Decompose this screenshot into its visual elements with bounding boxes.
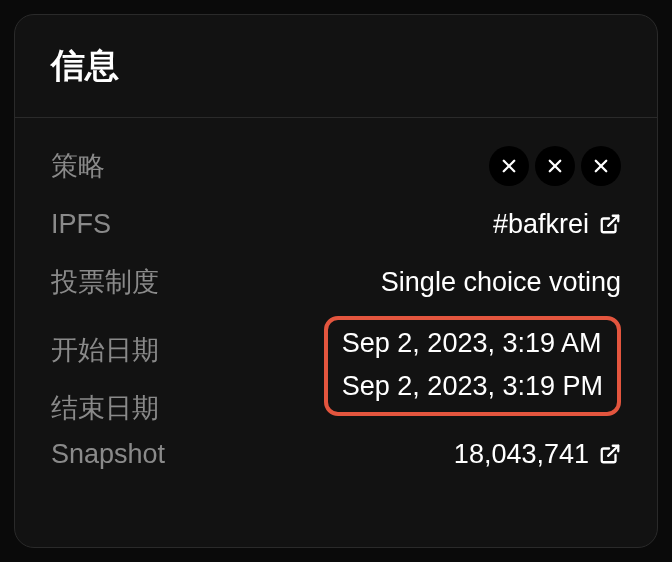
start-date-label: 开始日期 xyxy=(51,330,159,370)
date-highlight-section: 开始日期 结束日期 Sep 2, 2023, 3:19 AM Sep 2, 20… xyxy=(51,320,621,428)
strategy-icons xyxy=(489,146,621,186)
date-labels: 开始日期 结束日期 xyxy=(51,320,159,428)
x-icon xyxy=(592,157,610,175)
ipfs-link[interactable]: #bafkrei xyxy=(493,209,621,240)
strategy-icon-3[interactable] xyxy=(581,146,621,186)
snapshot-link[interactable]: 18,043,741 xyxy=(454,439,621,470)
voting-system-row: 投票制度 Single choice voting xyxy=(51,262,621,302)
snapshot-label: Snapshot xyxy=(51,439,165,470)
strategy-row: 策略 xyxy=(51,146,621,186)
snapshot-row: Snapshot 18,043,741 xyxy=(51,434,621,474)
svg-line-7 xyxy=(608,446,618,456)
strategy-label: 策略 xyxy=(51,148,105,184)
ipfs-value: #bafkrei xyxy=(493,209,589,240)
voting-system-label: 投票制度 xyxy=(51,264,159,300)
date-highlight-box: Sep 2, 2023, 3:19 AM Sep 2, 2023, 3:19 P… xyxy=(324,316,621,416)
info-card: 信息 策略 xyxy=(14,14,658,548)
card-header: 信息 xyxy=(15,15,657,118)
ipfs-row: IPFS #bafkrei xyxy=(51,204,621,244)
end-date-value: Sep 2, 2023, 3:19 PM xyxy=(342,371,603,402)
card-content: 策略 xyxy=(15,118,657,494)
voting-system-value: Single choice voting xyxy=(381,267,621,298)
strategy-icon-1[interactable] xyxy=(489,146,529,186)
x-icon xyxy=(546,157,564,175)
card-title: 信息 xyxy=(51,43,621,89)
external-link-icon xyxy=(599,213,621,235)
snapshot-value: 18,043,741 xyxy=(454,439,589,470)
end-date-label: 结束日期 xyxy=(51,388,159,428)
start-date-value: Sep 2, 2023, 3:19 AM xyxy=(342,328,603,359)
x-icon xyxy=(500,157,518,175)
strategy-icon-2[interactable] xyxy=(535,146,575,186)
external-link-icon xyxy=(599,443,621,465)
svg-line-6 xyxy=(608,216,618,226)
ipfs-label: IPFS xyxy=(51,209,111,240)
date-values: Sep 2, 2023, 3:19 AM Sep 2, 2023, 3:19 P… xyxy=(342,328,603,402)
